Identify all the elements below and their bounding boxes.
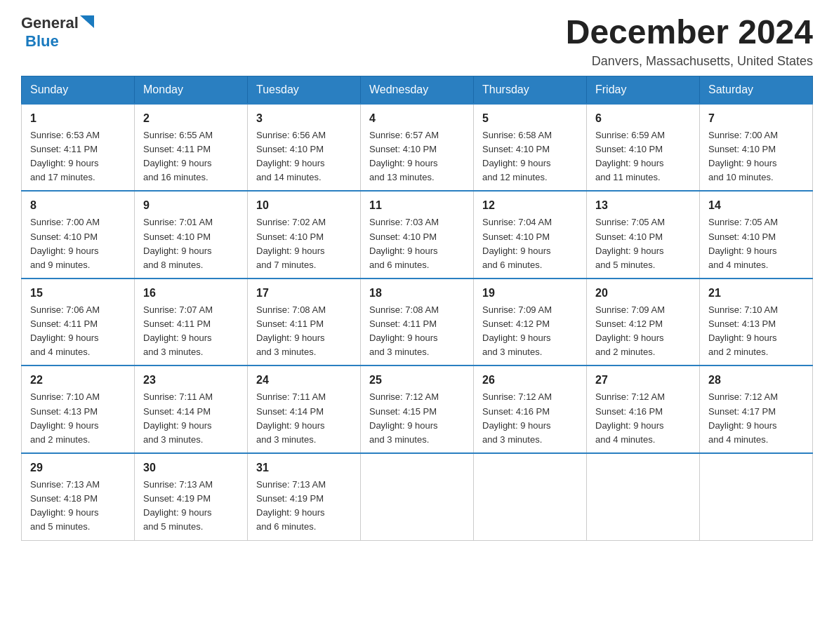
day-info: Sunrise: 7:04 AMSunset: 4:10 PMDaylight:… <box>482 217 552 269</box>
day-info: Sunrise: 7:08 AMSunset: 4:11 PMDaylight:… <box>369 304 439 357</box>
calendar-cell: 28 Sunrise: 7:12 AMSunset: 4:17 PMDaylig… <box>700 365 813 453</box>
calendar-cell: 25 Sunrise: 7:12 AMSunset: 4:15 PMDaylig… <box>361 365 474 453</box>
calendar-cell: 30 Sunrise: 7:13 AMSunset: 4:19 PMDaylig… <box>135 453 248 540</box>
calendar-week-row: 29 Sunrise: 7:13 AMSunset: 4:18 PMDaylig… <box>22 453 813 540</box>
day-info: Sunrise: 7:13 AMSunset: 4:19 PMDaylight:… <box>143 479 213 532</box>
day-number: 9 <box>143 197 239 214</box>
calendar-cell: 27 Sunrise: 7:12 AMSunset: 4:16 PMDaylig… <box>587 365 700 453</box>
calendar-cell: 19 Sunrise: 7:09 AMSunset: 4:12 PMDaylig… <box>474 279 587 366</box>
logo: General Blue <box>21 14 94 51</box>
day-info: Sunrise: 6:55 AMSunset: 4:11 PMDaylight:… <box>143 130 213 182</box>
day-number: 31 <box>256 459 352 476</box>
calendar-cell: 14 Sunrise: 7:05 AMSunset: 4:10 PMDaylig… <box>700 191 813 279</box>
day-info: Sunrise: 7:05 AMSunset: 4:10 PMDaylight:… <box>595 217 665 269</box>
day-number: 6 <box>595 110 691 127</box>
day-number: 11 <box>369 197 465 214</box>
day-info: Sunrise: 7:12 AMSunset: 4:16 PMDaylight:… <box>482 391 552 444</box>
day-info: Sunrise: 7:00 AMSunset: 4:10 PMDaylight:… <box>30 217 100 269</box>
day-number: 13 <box>595 197 691 214</box>
day-info: Sunrise: 7:02 AMSunset: 4:10 PMDaylight:… <box>256 217 326 269</box>
day-number: 25 <box>369 372 465 389</box>
day-number: 5 <box>482 110 578 127</box>
day-info: Sunrise: 6:57 AMSunset: 4:10 PMDaylight:… <box>369 130 439 182</box>
day-number: 3 <box>256 110 352 127</box>
svg-marker-0 <box>80 15 94 28</box>
day-number: 23 <box>143 372 239 389</box>
day-info: Sunrise: 7:08 AMSunset: 4:11 PMDaylight:… <box>256 304 326 357</box>
weekday-header-saturday: Saturday <box>700 76 813 104</box>
day-number: 14 <box>708 197 804 214</box>
day-info: Sunrise: 7:09 AMSunset: 4:12 PMDaylight:… <box>595 304 665 357</box>
calendar-cell: 6 Sunrise: 6:59 AMSunset: 4:10 PMDayligh… <box>587 104 700 192</box>
calendar-header-row: SundayMondayTuesdayWednesdayThursdayFrid… <box>22 76 813 104</box>
day-info: Sunrise: 7:12 AMSunset: 4:15 PMDaylight:… <box>369 391 439 444</box>
day-number: 10 <box>256 197 352 214</box>
day-info: Sunrise: 7:13 AMSunset: 4:19 PMDaylight:… <box>256 479 326 532</box>
calendar-cell: 22 Sunrise: 7:10 AMSunset: 4:13 PMDaylig… <box>22 365 135 453</box>
calendar-cell: 10 Sunrise: 7:02 AMSunset: 4:10 PMDaylig… <box>248 191 361 279</box>
calendar-cell: 11 Sunrise: 7:03 AMSunset: 4:10 PMDaylig… <box>361 191 474 279</box>
weekday-header-thursday: Thursday <box>474 76 587 104</box>
calendar-cell: 16 Sunrise: 7:07 AMSunset: 4:11 PMDaylig… <box>135 279 248 366</box>
day-info: Sunrise: 7:07 AMSunset: 4:11 PMDaylight:… <box>143 304 213 357</box>
day-number: 22 <box>30 372 126 389</box>
day-info: Sunrise: 7:01 AMSunset: 4:10 PMDaylight:… <box>143 217 213 269</box>
day-number: 30 <box>143 459 239 476</box>
calendar-cell: 5 Sunrise: 6:58 AMSunset: 4:10 PMDayligh… <box>474 104 587 192</box>
day-info: Sunrise: 7:13 AMSunset: 4:18 PMDaylight:… <box>30 479 100 532</box>
day-number: 26 <box>482 372 578 389</box>
calendar-cell: 1 Sunrise: 6:53 AMSunset: 4:11 PMDayligh… <box>22 104 135 192</box>
day-info: Sunrise: 7:12 AMSunset: 4:16 PMDaylight:… <box>595 391 665 444</box>
calendar-cell: 13 Sunrise: 7:05 AMSunset: 4:10 PMDaylig… <box>587 191 700 279</box>
day-number: 28 <box>708 372 804 389</box>
calendar-cell: 21 Sunrise: 7:10 AMSunset: 4:13 PMDaylig… <box>700 279 813 366</box>
day-number: 2 <box>143 110 239 127</box>
day-number: 8 <box>30 197 126 214</box>
day-info: Sunrise: 7:10 AMSunset: 4:13 PMDaylight:… <box>30 391 100 444</box>
calendar-cell: 7 Sunrise: 7:00 AMSunset: 4:10 PMDayligh… <box>700 104 813 192</box>
day-number: 17 <box>256 285 352 302</box>
day-info: Sunrise: 7:11 AMSunset: 4:14 PMDaylight:… <box>143 391 213 444</box>
day-number: 19 <box>482 285 578 302</box>
calendar-cell: 20 Sunrise: 7:09 AMSunset: 4:12 PMDaylig… <box>587 279 700 366</box>
calendar-cell <box>474 453 587 540</box>
calendar-week-row: 1 Sunrise: 6:53 AMSunset: 4:11 PMDayligh… <box>22 104 813 192</box>
day-number: 7 <box>708 110 804 127</box>
day-info: Sunrise: 7:12 AMSunset: 4:17 PMDaylight:… <box>708 391 778 444</box>
day-info: Sunrise: 7:00 AMSunset: 4:10 PMDaylight:… <box>708 130 778 182</box>
day-number: 4 <box>369 110 465 127</box>
calendar-cell: 4 Sunrise: 6:57 AMSunset: 4:10 PMDayligh… <box>361 104 474 192</box>
calendar-cell: 17 Sunrise: 7:08 AMSunset: 4:11 PMDaylig… <box>248 279 361 366</box>
day-number: 16 <box>143 285 239 302</box>
calendar-cell: 15 Sunrise: 7:06 AMSunset: 4:11 PMDaylig… <box>22 279 135 366</box>
calendar-week-row: 15 Sunrise: 7:06 AMSunset: 4:11 PMDaylig… <box>22 279 813 366</box>
calendar-cell: 3 Sunrise: 6:56 AMSunset: 4:10 PMDayligh… <box>248 104 361 192</box>
day-number: 1 <box>30 110 126 127</box>
day-number: 21 <box>708 285 804 302</box>
day-number: 12 <box>482 197 578 214</box>
day-info: Sunrise: 6:59 AMSunset: 4:10 PMDaylight:… <box>595 130 665 182</box>
location-subtitle: Danvers, Massachusetts, United States <box>566 54 813 69</box>
day-info: Sunrise: 6:58 AMSunset: 4:10 PMDaylight:… <box>482 130 552 182</box>
calendar-cell <box>361 453 474 540</box>
calendar-cell: 31 Sunrise: 7:13 AMSunset: 4:19 PMDaylig… <box>248 453 361 540</box>
title-section: December 2024 Danvers, Massachusetts, Un… <box>566 14 813 69</box>
day-number: 20 <box>595 285 691 302</box>
calendar-cell: 12 Sunrise: 7:04 AMSunset: 4:10 PMDaylig… <box>474 191 587 279</box>
calendar-cell: 26 Sunrise: 7:12 AMSunset: 4:16 PMDaylig… <box>474 365 587 453</box>
day-info: Sunrise: 7:06 AMSunset: 4:11 PMDaylight:… <box>30 304 100 357</box>
calendar-cell: 18 Sunrise: 7:08 AMSunset: 4:11 PMDaylig… <box>361 279 474 366</box>
logo-general: General <box>21 14 79 32</box>
page-header: General Blue December 2024 Danvers, Mass… <box>21 14 813 69</box>
calendar-week-row: 8 Sunrise: 7:00 AMSunset: 4:10 PMDayligh… <box>22 191 813 279</box>
day-info: Sunrise: 6:53 AMSunset: 4:11 PMDaylight:… <box>30 130 100 182</box>
day-number: 29 <box>30 459 126 476</box>
weekday-header-monday: Monday <box>135 76 248 104</box>
month-title: December 2024 <box>566 14 813 51</box>
day-number: 18 <box>369 285 465 302</box>
calendar-cell: 2 Sunrise: 6:55 AMSunset: 4:11 PMDayligh… <box>135 104 248 192</box>
calendar-table: SundayMondayTuesdayWednesdayThursdayFrid… <box>21 76 813 541</box>
day-number: 24 <box>256 372 352 389</box>
calendar-cell: 8 Sunrise: 7:00 AMSunset: 4:10 PMDayligh… <box>22 191 135 279</box>
calendar-cell: 29 Sunrise: 7:13 AMSunset: 4:18 PMDaylig… <box>22 453 135 540</box>
